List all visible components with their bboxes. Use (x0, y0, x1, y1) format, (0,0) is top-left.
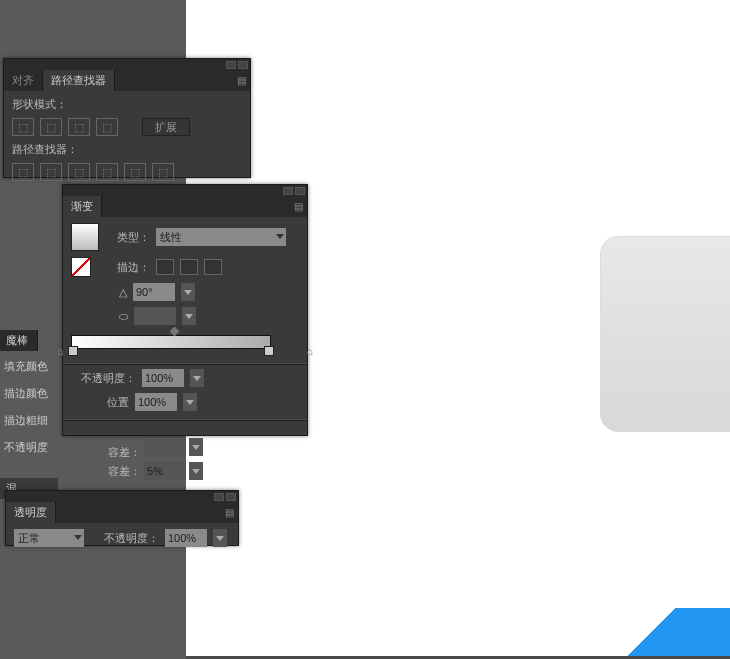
divide-button[interactable]: ⬚ (12, 163, 34, 181)
pathfinder-label: 路径查找器： (12, 142, 78, 157)
intersect-button[interactable]: ⬚ (68, 118, 90, 136)
magic-wand-panel-edge: 魔棒 填充颜色 描边颜色 描边粗细 不透明度 (0, 330, 60, 461)
tab-magic-wand[interactable]: 魔棒 (0, 330, 38, 351)
tab-pathfinder[interactable]: 路径查找器 (43, 70, 115, 91)
stroke-label: 描边： (117, 260, 150, 275)
aspect-icon: ⬭ (119, 310, 128, 323)
watermark-title: 脚本之家 教程 (659, 620, 722, 634)
unite-button[interactable]: ⬚ (12, 118, 34, 136)
gradient-stroke-swatch[interactable] (71, 257, 91, 277)
tab-gradient[interactable]: 渐变 (63, 196, 102, 217)
aspect-stepper[interactable] (182, 307, 196, 325)
gradient-stop-start[interactable] (68, 346, 78, 356)
position-label: 位置 (107, 395, 129, 410)
exclude-button[interactable]: ⬚ (96, 118, 118, 136)
angle-stepper[interactable] (181, 283, 195, 301)
angle-input[interactable]: 90° (133, 283, 175, 301)
trans-opacity-input[interactable]: 100% (165, 529, 207, 547)
panel-menu-icon[interactable]: ▤ (225, 507, 234, 518)
tolerance-label: 容差： (108, 465, 141, 477)
stop-marker-right-icon: ⌂ (306, 345, 313, 357)
tab-transparency[interactable]: 透明度 (6, 502, 56, 523)
opacity-input[interactable]: 100% (142, 369, 184, 387)
panel-resize-grip[interactable] (63, 419, 307, 421)
panel-tabs: 对齐 路径查找器 (4, 71, 250, 91)
blend-mode-dropdown[interactable]: 正常 (14, 529, 84, 547)
pathfinder-panel: 对齐 路径查找器 ▤ 形状模式： ⬚ ⬚ ⬚ ⬚ 扩展 路径查找器： ⬚ ⬚ ⬚… (3, 58, 251, 178)
close-icon[interactable] (295, 187, 305, 195)
stroke-along-button[interactable] (180, 259, 198, 275)
opacity-label: 不透明度： (81, 371, 136, 386)
stroke-color-checkbox-label[interactable]: 描边颜色 (0, 380, 60, 407)
gradient-midpoint[interactable] (170, 327, 180, 337)
trans-opacity-stepper[interactable] (213, 529, 227, 547)
gradient-type-value: 线性 (160, 230, 182, 245)
trim-button[interactable]: ⬚ (40, 163, 62, 181)
tolerance-stepper[interactable] (189, 462, 203, 480)
gradient-stop-end[interactable] (264, 346, 274, 356)
tolerance-label: 容差： (108, 446, 141, 458)
gradient-slider[interactable] (71, 335, 271, 349)
collapse-icon[interactable] (283, 187, 293, 195)
fill-color-checkbox-label[interactable]: 填充颜色 (0, 353, 60, 380)
stroke-within-button[interactable] (156, 259, 174, 275)
panel-tabs: 透明度 (6, 503, 238, 523)
shape-mode-label: 形状模式： (12, 97, 67, 112)
panel-menu-icon[interactable]: ▤ (294, 201, 303, 212)
angle-icon: △ (119, 286, 127, 299)
panel-menu-icon[interactable]: ▤ (237, 75, 246, 86)
aspect-input[interactable] (134, 307, 176, 325)
type-label: 类型： (117, 230, 150, 245)
opacity-stepper[interactable] (190, 369, 204, 387)
close-icon[interactable] (226, 493, 236, 501)
crop-button[interactable]: ⬚ (96, 163, 118, 181)
trans-opacity-label: 不透明度： (104, 531, 159, 546)
separator (63, 363, 307, 365)
outline-button[interactable]: ⬚ (124, 163, 146, 181)
tab-align[interactable]: 对齐 (4, 70, 43, 91)
stroke-across-button[interactable] (204, 259, 222, 275)
close-icon[interactable] (238, 61, 248, 69)
position-input[interactable]: 100% (135, 393, 177, 411)
gradient-fill-swatch[interactable] (71, 223, 99, 251)
transparency-panel: 透明度 ▤ 正常 不透明度： 100% (5, 490, 239, 546)
position-stepper[interactable] (183, 393, 197, 411)
opacity-checkbox-label[interactable]: 不透明度 (0, 434, 60, 461)
blend-mode-value: 正常 (18, 531, 40, 546)
tolerance-row: 容差： 5% (108, 462, 203, 480)
minus-front-button[interactable]: ⬚ (40, 118, 62, 136)
merge-button[interactable]: ⬚ (68, 163, 90, 181)
tolerance-input[interactable]: 5% (144, 462, 186, 480)
panel-tabs: 渐变 (63, 197, 307, 217)
stroke-weight-checkbox-label[interactable]: 描边粗细 (0, 407, 60, 434)
tolerance-stepper[interactable] (189, 438, 203, 456)
gradient-type-dropdown[interactable]: 线性 (156, 228, 286, 246)
watermark-url: jiaocheng.jb51.net (641, 638, 722, 650)
gradient-panel: 渐变 ▤ 类型： 线性 描边： △ 90° ⬭ (62, 184, 308, 436)
expand-button[interactable]: 扩展 (142, 118, 190, 136)
collapse-icon[interactable] (214, 493, 224, 501)
collapse-icon[interactable] (226, 61, 236, 69)
drawn-rounded-rectangle[interactable] (600, 236, 730, 432)
tolerance-input[interactable] (144, 438, 186, 456)
minus-back-button[interactable]: ⬚ (152, 163, 174, 181)
tolerance-row: 容差： (108, 438, 203, 460)
